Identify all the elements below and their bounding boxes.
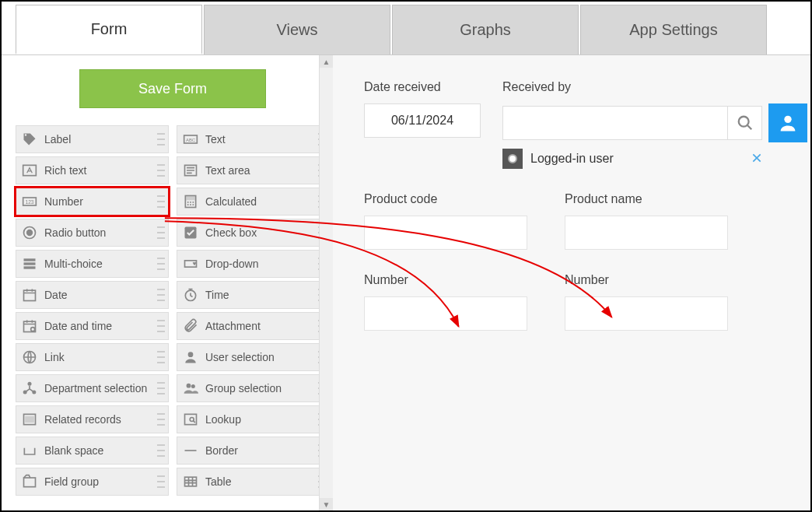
svg-point-26 [188,352,194,357]
svg-rect-6 [24,262,36,265]
tab-app-settings[interactable]: App Settings [580,5,767,54]
field-date-received[interactable]: Date received 06/11/2024 [364,80,481,169]
palette-multichoice[interactable]: Multi-choice [16,250,169,278]
palette-item-label: Field group [44,475,99,488]
svg-rect-7 [24,266,36,268]
palette-item-label: Number [44,195,83,208]
svg-rect-31 [185,477,197,486]
field-product-name[interactable]: Product name [565,192,728,250]
drag-handle-icon [157,162,165,179]
palette-scrollbar[interactable]: ▲ ▼ [319,55,333,510]
field-label: Received by [502,80,807,94]
table-icon [182,473,199,490]
save-form-button[interactable]: Save Form [79,69,266,108]
svg-point-32 [738,117,748,127]
field-received-by[interactable]: Received by Logged-in user [502,80,807,169]
palette-dropdown[interactable]: Drop-down [177,250,330,278]
palette-item-label: Calculated [205,195,257,208]
palette-datetime[interactable]: Date and time [16,312,169,340]
close-icon [751,152,763,164]
palette-item-label: Text [205,133,226,146]
number-2-input[interactable] [565,296,728,331]
field-number-2[interactable]: Number [565,273,728,331]
palette-col-left: Label Rich text 123 Num [16,125,169,496]
palette-item-label: Group selection [205,382,282,395]
palette-item-label: Drop-down [205,258,258,270]
palette-calculated[interactable]: Calculated [177,188,330,216]
user-icon [182,349,199,366]
related-icon [21,411,38,428]
palette-textarea[interactable]: Text area [177,156,330,184]
palette-number[interactable]: 123 Number [16,188,169,216]
content-area: Save Form Label Rich text [2,55,810,510]
fieldgroup-icon [21,473,38,490]
department-icon [21,380,38,397]
palette-attachment[interactable]: Attachment [177,312,330,340]
tab-form[interactable]: Form [16,5,202,54]
palette-userselection[interactable]: User selection [177,343,330,371]
form-row-1: Date received 06/11/2024 Received by [364,80,807,169]
palette-item-label: Blank space [44,444,103,457]
chip-label: Logged-in user [530,152,614,166]
palette-text[interactable]: ABC Text [177,125,330,153]
tab-graphs[interactable]: Graphs [392,5,579,54]
palette-border[interactable]: Border [177,437,330,465]
svg-rect-16 [26,417,33,423]
remove-chip-button[interactable] [751,150,763,168]
product-name-input[interactable] [565,216,728,250]
field-label: Date received [364,80,481,94]
scroll-down-icon[interactable]: ▼ [320,498,333,510]
scroll-up-icon[interactable]: ▲ [320,55,333,68]
palette-department[interactable]: Department selection [16,374,169,402]
user-search-button[interactable] [728,106,762,140]
palette-link[interactable]: Link [16,343,169,371]
palette-item-label: Date [44,289,68,301]
svg-point-12 [28,382,32,386]
dropdown-icon [182,255,199,272]
palette-lookup[interactable]: Lookup [177,405,330,433]
svg-point-33 [784,116,791,123]
palette-item-label: Multi-choice [44,258,103,270]
palette-date[interactable]: Date [16,281,169,309]
field-number-1[interactable]: Number [364,273,527,331]
calc-icon [182,193,199,210]
palette-blankspace[interactable]: Blank space [16,437,169,465]
palette-radio[interactable]: Radio button [16,219,169,247]
palette-groupselection[interactable]: Group selection [177,374,330,402]
palette-related[interactable]: Related records [16,405,169,433]
field-label: Number [364,273,527,287]
svg-rect-17 [24,478,36,487]
tab-views[interactable]: Views [204,5,390,54]
palette-item-label: Link [44,351,65,363]
palette-item-label: User selection [205,351,275,363]
palette-fieldgroup[interactable]: Field group [16,468,169,496]
palette-label[interactable]: Label [16,125,169,153]
palette-richtext[interactable]: Rich text [16,156,169,184]
palette-time[interactable]: Time [177,281,330,309]
palette-item-label: Related records [44,413,121,426]
palette-item-label: Table [205,475,231,488]
lookup-icon [182,411,199,428]
svg-rect-22 [187,197,194,199]
drag-handle-icon [157,349,165,366]
form-palette-panel: Save Form Label Rich text [2,55,333,510]
form-canvas[interactable]: Date received 06/11/2024 Received by [333,55,812,510]
palette-item-label: Lookup [205,413,241,426]
palette-checkbox[interactable]: Check box [177,219,330,247]
received-by-input[interactable] [502,106,728,140]
palette-item-label: Label [44,133,71,146]
user-chip-row: Logged-in user [502,149,763,169]
palette-item-label: Department selection [44,382,147,395]
palette-table[interactable]: Table [177,468,330,496]
number-1-input[interactable] [364,296,527,331]
richtext-icon [21,162,38,179]
textarea-icon [182,162,199,179]
chip-dot-icon [502,149,523,169]
field-product-code[interactable]: Product code [364,192,527,250]
drag-handle-icon [157,380,165,397]
multichoice-icon [21,255,38,272]
palette-item-label: Text area [205,164,250,177]
product-code-input[interactable] [364,216,527,250]
user-picker-button[interactable] [768,103,807,142]
date-received-input[interactable]: 06/11/2024 [364,103,481,138]
